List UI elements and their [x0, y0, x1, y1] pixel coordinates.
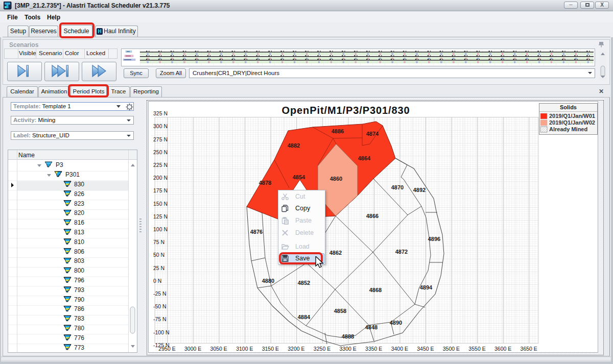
svg-text:0 N: 0 N — [153, 278, 161, 284]
svg-text:4894: 4894 — [420, 284, 433, 290]
svg-text:P301: P301 — [65, 171, 80, 178]
svg-text:3600 E: 3600 E — [494, 346, 511, 352]
svg-text:783: 783 — [74, 315, 84, 322]
svg-text:3150 E: 3150 E — [262, 346, 279, 352]
svg-text:4848: 4848 — [365, 324, 378, 330]
svg-text:75 N: 75 N — [153, 239, 164, 245]
svg-text:796: 796 — [74, 277, 84, 284]
svg-text:225 N: 225 N — [153, 162, 168, 168]
svg-text:4858: 4858 — [334, 308, 346, 314]
svg-text:793: 793 — [74, 286, 84, 294]
svg-text:25 N: 25 N — [153, 265, 164, 271]
svg-text:4888: 4888 — [342, 333, 354, 339]
svg-text:4892: 4892 — [413, 187, 426, 193]
svg-text:4872: 4872 — [395, 249, 408, 255]
svg-text:-50 N: -50 N — [153, 303, 167, 309]
svg-text:-75 N: -75 N — [153, 316, 167, 322]
svg-text:4890: 4890 — [390, 320, 402, 326]
svg-text:325 N: 325 N — [153, 110, 168, 116]
svg-text:100 N: 100 N — [153, 226, 168, 232]
svg-text:4868: 4868 — [369, 287, 382, 293]
svg-text:3100 E: 3100 E — [236, 346, 253, 352]
svg-text:786: 786 — [74, 305, 84, 312]
svg-text:2019/Q1/Jan/W01: 2019/Q1/Jan/W01 — [549, 113, 595, 119]
svg-text:4870: 4870 — [391, 184, 404, 190]
svg-text:4854: 4854 — [293, 174, 305, 180]
svg-text:4878: 4878 — [259, 180, 271, 186]
svg-text:4884: 4884 — [298, 314, 311, 320]
svg-text:813: 813 — [74, 229, 84, 236]
svg-text:810: 810 — [74, 238, 84, 246]
svg-text:200 N: 200 N — [153, 175, 168, 181]
svg-text:806: 806 — [74, 248, 84, 255]
svg-text:3200 E: 3200 E — [288, 346, 304, 352]
svg-text:773: 773 — [74, 344, 84, 351]
svg-text:150 N: 150 N — [153, 201, 168, 207]
svg-text:4886: 4886 — [332, 128, 344, 134]
svg-text:780: 780 — [74, 325, 84, 332]
svg-text:50 N: 50 N — [153, 252, 164, 258]
svg-text:3550 E: 3550 E — [468, 346, 485, 352]
svg-text:800: 800 — [74, 267, 84, 274]
svg-text:175 N: 175 N — [153, 187, 168, 193]
svg-text:P3: P3 — [56, 161, 63, 168]
svg-text:4874: 4874 — [366, 131, 379, 137]
svg-text:-100 N: -100 N — [153, 329, 170, 335]
svg-text:300 N: 300 N — [153, 123, 168, 129]
svg-text:4852: 4852 — [298, 280, 310, 286]
svg-text:823: 823 — [74, 200, 84, 207]
svg-text:275 N: 275 N — [153, 136, 168, 142]
svg-text:4896: 4896 — [428, 236, 440, 242]
svg-text:790: 790 — [74, 296, 84, 303]
svg-text:4866: 4866 — [366, 213, 379, 219]
svg-text:3050 E: 3050 E — [210, 346, 227, 352]
svg-text:3250 E: 3250 E — [314, 346, 331, 352]
svg-text:3000 E: 3000 E — [184, 346, 201, 352]
svg-text:4876: 4876 — [250, 229, 263, 235]
svg-text:4860: 4860 — [330, 176, 342, 182]
svg-text:3650 E: 3650 E — [521, 346, 537, 352]
svg-text:4880: 4880 — [262, 278, 274, 284]
svg-text:4862: 4862 — [329, 250, 342, 256]
svg-text:2950 E: 2950 E — [158, 346, 175, 352]
svg-text:-25 N: -25 N — [153, 290, 167, 297]
svg-text:250 N: 250 N — [153, 149, 168, 155]
svg-text:Already Mined: Already Mined — [549, 126, 587, 132]
svg-text:3300 E: 3300 E — [339, 346, 356, 352]
svg-text:125 N: 125 N — [153, 213, 168, 220]
svg-text:3450 E: 3450 E — [417, 346, 434, 352]
svg-text:820: 820 — [74, 209, 84, 216]
svg-text:3350 E: 3350 E — [365, 346, 382, 352]
svg-text:826: 826 — [74, 190, 84, 198]
svg-text:3400 E: 3400 E — [391, 346, 408, 352]
svg-text:4882: 4882 — [288, 142, 300, 149]
svg-text:2019/Q1/Jan/W02: 2019/Q1/Jan/W02 — [549, 119, 595, 126]
svg-text:816: 816 — [74, 219, 84, 226]
svg-text:803: 803 — [74, 257, 84, 264]
svg-text:776: 776 — [74, 334, 84, 342]
svg-text:830: 830 — [74, 181, 84, 188]
svg-text:4864: 4864 — [358, 155, 371, 161]
svg-text:3500 E: 3500 E — [443, 346, 460, 352]
